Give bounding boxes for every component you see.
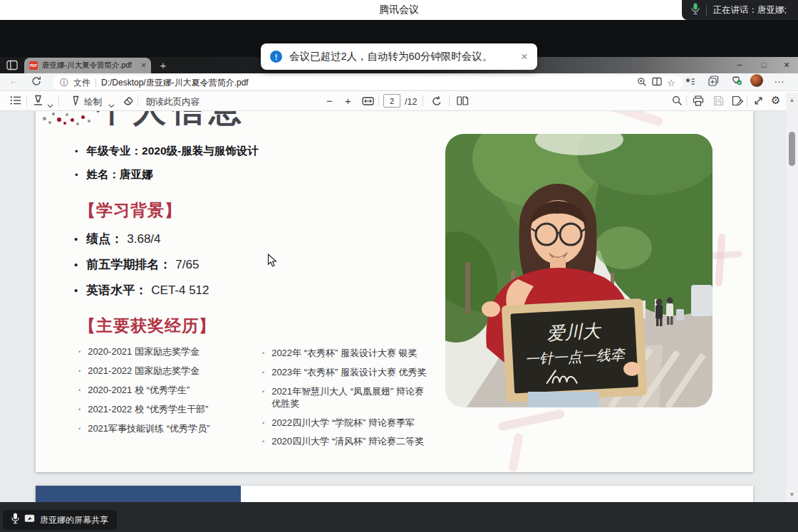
refresh-icon[interactable] [31,76,41,89]
back-icon[interactable]: ← [9,74,19,86]
divider [449,95,450,106]
save-as-icon[interactable] [732,95,744,109]
draw-label[interactable]: 绘制 [84,96,102,108]
scroll-up-icon[interactable]: ▲ [786,97,798,103]
awards-left-column: •2020-2021 国家励志奖学金 •2021-2022 国家励志奖学金 •2… [78,346,260,434]
page-total-label: /12 [405,97,417,107]
speaking-label: 正在讲话：唐亚娜; [713,4,787,16]
browser-essentials-icon[interactable] [731,75,742,88]
page-view-icon[interactable] [457,95,469,109]
list-item: •2020-2021 国家励志奖学金 [78,346,260,358]
list-item: •2020-2021 校 “优秀学生” [78,385,260,397]
divider [58,95,59,106]
fullscreen-icon[interactable] [753,95,764,109]
profile-major: 年级专业：2020级-服装与服饰设计 [87,144,259,159]
scroll-down-icon[interactable]: ▼ [786,491,798,498]
pdf-viewer[interactable]: 个人信息 • 年级专业：2020级-服装与服饰设计 • 姓名：唐亚娜 【学习背景… [0,111,786,502]
search-icon[interactable] [672,95,683,109]
english-value: CET-4 512 [151,283,209,298]
rotate-icon[interactable] [431,95,442,110]
divider [26,95,27,106]
gpa-value: 3.68/4 [127,232,160,246]
list-item: •2021-2022 校 “优秀学生干部” [78,404,260,416]
rank-label: 前五学期排名： [86,256,171,273]
screen-share-icon [24,513,35,526]
window-close-button[interactable]: × [778,57,795,73]
study-list: • 绩点： 3.68/4 • 前五学期排名： 7/65 • 英语水平： CET-… [74,231,209,298]
tab-title: 唐亚娜-川大夏令营简介.pdf [42,61,137,71]
list-item: • 前五学期排名： 7/65 [74,256,209,273]
list-item: •2021年智慧川大人 “凤凰展翅” 辩论赛 优胜奖 [262,386,432,410]
address-scheme: 文件 [73,77,90,89]
split-screen-icon[interactable] [652,77,662,88]
page-number-input[interactable] [383,94,400,108]
toast-message: 会议已超过2人，自动转为60分钟限时会议。 [289,50,492,63]
list-item: •2022年 “衣秀杯” 服装设计大赛 银奖 [262,348,432,360]
share-indicator-label: 唐亚娜的屏幕共享 [40,514,108,526]
tab-close-icon[interactable]: × [141,61,146,71]
pdf-page-2: 个人信息 • 年级专业：2020级-服装与服饰设计 • 姓名：唐亚娜 【学习背景… [36,111,753,472]
microphone-icon [11,513,19,527]
speaking-indicator: 正在讲话：唐亚娜; [682,0,798,20]
watermark-stroke [497,409,565,431]
watermark-stroke [715,234,725,287]
list-item: •2021-2022 国家励志奖学金 [78,365,260,377]
favorite-star-icon[interactable]: ☆ [667,78,675,88]
zoom-in-icon[interactable]: + [345,95,351,107]
toc-icon[interactable] [10,95,21,108]
new-tab-button[interactable]: + [156,58,170,72]
fit-width-icon[interactable] [362,96,374,109]
window-maximize-button[interactable]: □ [755,57,772,73]
address-path: D:/Desktop/唐亚娜-川大夏令营简介.pdf [101,77,249,89]
address-input[interactable]: ⓘ 文件 D:/Desktop/唐亚娜-川大夏令营简介.pdf ☆ [53,75,683,90]
pdf-page-3-preview [36,486,753,502]
scrollbar-thumb[interactable] [789,132,795,166]
browser-tab-active[interactable]: PDF 唐亚娜-川大夏令营简介.pdf × [24,58,151,73]
eraser-icon[interactable] [123,95,134,109]
pdf-file-icon: PDF [29,61,38,70]
chevron-down-icon[interactable] [108,98,115,111]
save-icon [713,95,724,109]
meeting-titlebar: 腾讯会议 [0,0,798,20]
read-aloud-button[interactable]: 朗读此页内容 [146,96,200,108]
slide-title: 个人信息 [95,111,247,130]
watermark-stroke [508,432,523,472]
chalkboard-line-1: 爱川大 [546,320,602,343]
profile-avatar[interactable] [750,74,763,87]
profile-list: • 年级专业：2020级-服装与服饰设计 • 姓名：唐亚娜 [75,144,259,182]
meeting-title: 腾讯会议 [379,4,419,16]
list-item: •2020四川大学 “清风杯” 辩论赛二等奖 [262,436,432,448]
gear-icon[interactable]: ⚙ [771,94,780,107]
window-minimize-button[interactable]: – [731,57,748,73]
chevron-down-icon[interactable] [47,98,53,111]
favorites-bar-icon[interactable] [685,76,695,89]
print-icon[interactable] [693,95,704,109]
list-item: •2021军事技能训练 “优秀学员” [78,423,260,435]
study-section-heading: 【学习背景】 [79,199,182,221]
pdf-scrollbar[interactable]: ▲ ▼ [786,93,798,502]
divider [138,95,138,106]
dots-decoration [41,111,98,130]
info-icon: ! [270,51,282,63]
profile-name: 姓名：唐亚娜 [87,167,153,182]
divider [378,95,379,106]
zoom-out-icon[interactable]: − [326,95,333,107]
highlighter-icon[interactable] [33,95,43,109]
workspaces-icon[interactable] [6,60,18,73]
watermark-stroke [600,111,664,127]
zoom-page-icon[interactable] [637,77,647,89]
page-info-icon[interactable]: ⓘ [60,77,68,89]
gpa-label: 绩点： [86,231,123,247]
screen-share-indicator[interactable]: 唐亚娜的屏幕共享 [3,510,117,530]
list-item: •2022四川大学 “学院杯” 辩论赛季军 [262,417,432,429]
collections-icon[interactable] [708,75,719,89]
divider [747,95,747,106]
list-item: • 绩点： 3.68/4 [74,231,209,247]
next-page-banner [36,486,241,502]
list-item: • 英语水平： CET-4 512 [74,282,209,298]
toast-close-icon[interactable]: × [521,50,528,64]
draw-pen-icon[interactable] [71,95,81,109]
meeting-toast: ! 会议已超过2人，自动转为60分钟限时会议。 × [261,43,537,70]
divider [423,95,423,106]
browser-menu-icon[interactable]: … [774,73,785,85]
